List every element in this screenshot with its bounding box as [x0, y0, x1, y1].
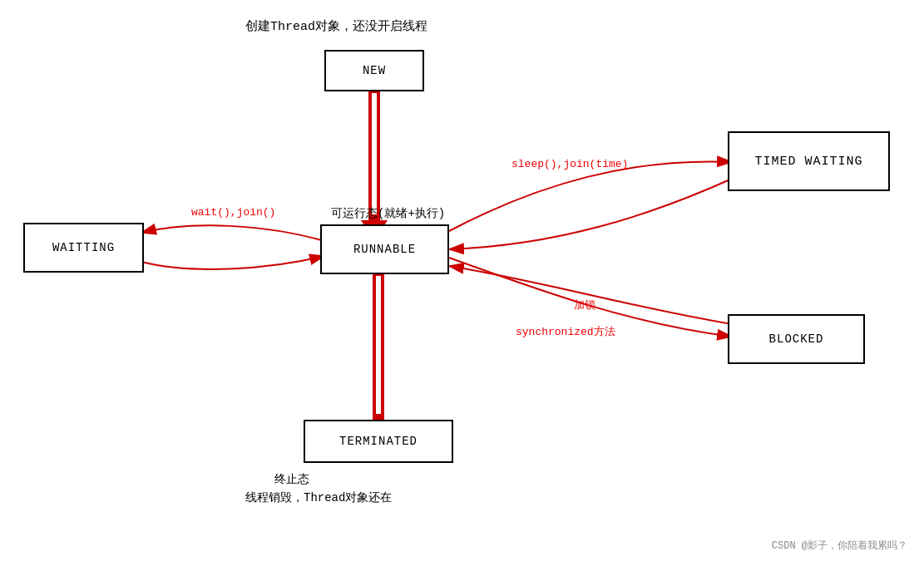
- arrow-blocked-to-runnable: [449, 266, 732, 324]
- synchronized-label: synchronized方法: [516, 324, 615, 339]
- lock-label: 加锁: [574, 298, 595, 312]
- watermark: CSDN @影子，你陪着我累吗？: [772, 539, 907, 553]
- state-new: NEW: [324, 50, 424, 91]
- wait-join-label: wait(),join(): [191, 206, 275, 219]
- arrow-runnable-to-timed-waiting: [449, 161, 732, 231]
- sleep-join-time-label: sleep(),join(time): [511, 158, 628, 170]
- runnable-description: 可运行态(就绪+执行): [331, 206, 445, 221]
- new-description: 创建Thread对象，还没开启线程: [245, 18, 427, 34]
- state-timed-waiting: TIMED WAITING: [728, 131, 890, 191]
- arrow-timed-waiting-to-runnable: [449, 179, 732, 249]
- terminated-desc1: 终止态: [274, 472, 309, 487]
- state-blocked: BLOCKED: [728, 314, 865, 364]
- terminated-desc2: 线程销毁，Thread对象还在: [245, 490, 392, 505]
- state-waiting: WAITTING: [23, 223, 144, 273]
- arrow-runnable-to-waiting: [141, 225, 324, 241]
- state-runnable: RUNNABLE: [320, 224, 449, 274]
- arrow-waiting-to-runnable: [141, 256, 324, 269]
- state-terminated: TERMINATED: [304, 420, 453, 463]
- arrow-runnable-to-terminated: [365, 274, 392, 440]
